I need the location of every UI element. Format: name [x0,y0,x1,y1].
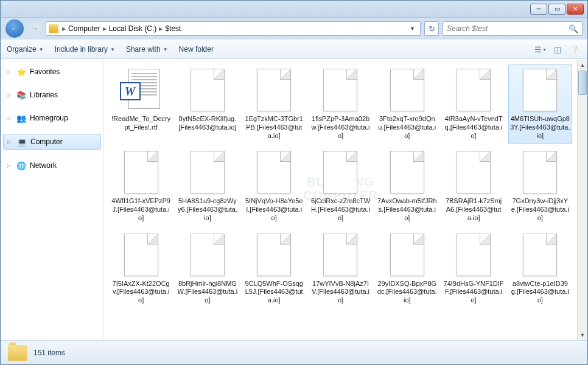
toolbar-label: New folder [179,45,214,54]
file-item[interactable]: 4WfI1G1f-xVEPzP9J.[Files4463@tuta.io] [109,147,173,226]
breadcrumb-folder[interactable]: $test [164,24,182,33]
network-icon: 🌐 [16,161,26,170]
file-item[interactable]: 7I5IAxZX-Kt22OCgv.[Files4463@tuta.io] [109,229,173,309]
file-item[interactable]: 4M6TISUh-uwqGp83Y.[Files4463@tuta.io] [508,64,572,144]
file-view[interactable]: BLEEPING COMPUTER W!ReadMe_To_Decrypt_Fi… [104,60,577,340]
explorer-window: ─ ▭ ✕ ← → ▶ Computer ▶ Local Disk (C:) ▶… [0,0,588,365]
word-document-icon: W [120,69,163,111]
file-name-label: 29yIDXSQ-BpxP8Gdc.[Files4463@tuta.io] [377,280,437,305]
generic-file-icon [457,234,491,276]
share-with-menu[interactable]: Share with ▼ [126,45,168,54]
file-item[interactable]: a8vtwCte-p1eID39g.[Files4463@tuta.io] [508,229,572,309]
minimize-button[interactable]: ─ [530,4,547,15]
file-name-label: 5HA8S1u9-cg8zWyy6.[Files4463@tuta.io] [177,197,237,222]
file-name-label: 4IR3aAyN-vTevndTq.[Files4463@tuta.io] [443,115,503,140]
breadcrumb-computer[interactable]: Computer [67,24,102,33]
scroll-down-button[interactable]: ▼ [578,330,587,340]
close-button[interactable]: ✕ [567,4,584,15]
generic-file-icon [257,234,291,276]
generic-file-icon [191,151,225,193]
new-folder-button[interactable]: New folder [179,45,214,54]
help-icon: ❔ [570,45,579,54]
sidebar-label: Favorites [30,68,60,76]
include-library-menu[interactable]: Include in library ▼ [55,45,115,54]
file-item[interactable]: 6jCciRxc-zZm8cTWH.[Files4463@tuta.io] [309,147,373,226]
scroll-up-button[interactable]: ▲ [578,60,587,70]
file-item[interactable]: 1EgTzkMC-3TGbr1PB.[Files4463@tuta.io] [242,64,306,144]
expand-icon[interactable]: ▷ [7,163,13,169]
file-name-label: 7I5IAxZX-Kt22OCgv.[Files4463@tuta.io] [111,280,171,305]
generic-file-icon [457,69,491,111]
navigation-bar: ← → ▶ Computer ▶ Local Disk (C:) ▶ $test… [1,18,587,40]
generic-file-icon [390,234,424,276]
file-name-label: 7GxDny3w-iDjj3xYe.[Files4463@tuta.io] [510,197,570,222]
address-bar[interactable]: ▶ Computer ▶ Local Disk (C:) ▶ $test ▼ [46,21,421,36]
file-name-label: 5INjVqVo-H8aYe5eI.[Files4463@tuta.io] [244,197,304,222]
navigation-pane: ▷ ⭐ Favorites ▷ 📚 Libraries ▷ 👥 Homegrou… [1,60,104,340]
expand-icon[interactable]: ▷ [7,92,13,98]
view-options-button[interactable]: ☰▼ [534,43,547,55]
file-item[interactable]: 29yIDXSQ-BpxP8Gdc.[Files4463@tuta.io] [375,229,439,309]
refresh-icon: ↻ [429,24,435,33]
refresh-button[interactable]: ↻ [424,21,439,36]
file-item[interactable]: 17wYIVvB-N8jAz7IV.[Files4463@tuta.io] [309,229,373,309]
file-grid: W!ReadMe_To_Decrypt_Files!.rtf0ytN5eEX-R… [109,64,572,309]
sidebar-label: Homegroup [30,114,68,122]
status-item-count: 151 items [33,349,65,357]
address-dropdown-icon[interactable]: ▼ [407,26,418,32]
toolbar-right: ☰▼ ◫ ❔ [534,43,581,55]
file-item[interactable]: W!ReadMe_To_Decrypt_Files!.rtf [109,64,173,144]
sidebar-item-libraries[interactable]: ▷ 📚 Libraries [3,88,101,102]
expand-icon[interactable]: ▷ [7,116,13,121]
chevron-down-icon: ▼ [542,47,547,52]
libraries-icon: 📚 [16,90,26,100]
file-item[interactable]: 5INjVqVo-H8aYe5eI.[Files4463@tuta.io] [242,147,306,226]
file-item[interactable]: 7AvxOwab-m5tfJRhs.[Files4463@tuta.io] [375,147,439,226]
file-item[interactable]: 7BSRAjR1-k7zSmjA6.[Files4463@tuta.io] [441,147,505,226]
generic-file-icon [257,69,291,111]
file-item[interactable]: 3Fto2xqT-xro9dQnu.[Files4463@tuta.io] [375,64,439,144]
file-name-label: 8bRjHmir-ngi8NMGW.[Files4463@tuta.io] [177,280,237,305]
sidebar-label: Computer [30,137,63,146]
file-name-label: 7AvxOwab-m5tfJRhs.[Files4463@tuta.io] [377,197,437,222]
generic-file-icon [457,151,491,193]
file-item[interactable]: 0ytN5eEX-RKlIfjug.[Files4463@tuta.io] [175,64,239,144]
search-input[interactable] [447,24,569,33]
file-name-label: 1EgTzkMC-3TGbr1PB.[Files4463@tuta.io] [244,115,304,140]
sidebar-item-network[interactable]: ▷ 🌐 Network [3,158,101,173]
window-controls: ─ ▭ ✕ [530,4,584,15]
sidebar-item-computer[interactable]: ▷ 💻 Computer [3,134,101,150]
file-name-label: !ReadMe_To_Decrypt_Files!.rtf [111,115,171,132]
file-item[interactable]: 4IR3aAyN-vTevndTq.[Files4463@tuta.io] [441,64,505,144]
status-bar: 151 items [1,340,587,364]
forward-button[interactable]: → [27,21,42,36]
breadcrumb-sep-icon: ▶ [61,26,67,32]
file-item[interactable]: 7GxDny3w-iDjj3xYe.[Files4463@tuta.io] [508,147,572,226]
search-icon[interactable]: 🔍 [569,24,578,33]
file-name-label: 3Fto2xqT-xro9dQnu.[Files4463@tuta.io] [377,115,437,140]
generic-file-icon [523,69,557,111]
vertical-scrollbar[interactable]: ▲ ▼ [577,60,587,340]
back-button[interactable]: ← [5,19,24,38]
expand-icon[interactable]: ▷ [7,69,13,75]
file-item[interactable]: 74I9dHsG-YNF1DIFF.[Files4463@tuta.io] [441,229,505,309]
breadcrumb-drive[interactable]: Local Disk (C:) [108,24,158,33]
sidebar-item-homegroup[interactable]: ▷ 👥 Homegroup [3,111,101,125]
preview-pane-button[interactable]: ◫ [551,43,564,55]
search-box[interactable]: 🔍 [443,21,583,36]
toolbar-label: Include in library [55,45,108,54]
file-item[interactable]: 8bRjHmir-ngi8NMGW.[Files4463@tuta.io] [175,229,239,309]
sidebar-item-favorites[interactable]: ▷ ⭐ Favorites [3,64,101,79]
maximize-button[interactable]: ▭ [548,4,565,15]
file-item[interactable]: 9CLQ5WhF-OSsqgL5J.[Files4463@tuta.io] [242,229,306,309]
file-name-label: 0ytN5eEX-RKlIfjug.[Files4463@tuta.io] [177,115,237,132]
generic-file-icon [257,151,291,193]
file-item[interactable]: 5HA8S1u9-cg8zWyy6.[Files4463@tuta.io] [175,147,239,226]
file-item[interactable]: 1flsPZpP-3Ama02bw.[Files4463@tuta.io] [309,64,373,144]
scroll-thumb[interactable] [578,71,587,95]
organize-menu[interactable]: Organize ▼ [7,45,44,54]
folder-icon [8,345,27,361]
help-button[interactable]: ❔ [568,43,581,55]
chevron-down-icon: ▼ [39,47,44,52]
expand-icon[interactable]: ▷ [7,139,13,145]
